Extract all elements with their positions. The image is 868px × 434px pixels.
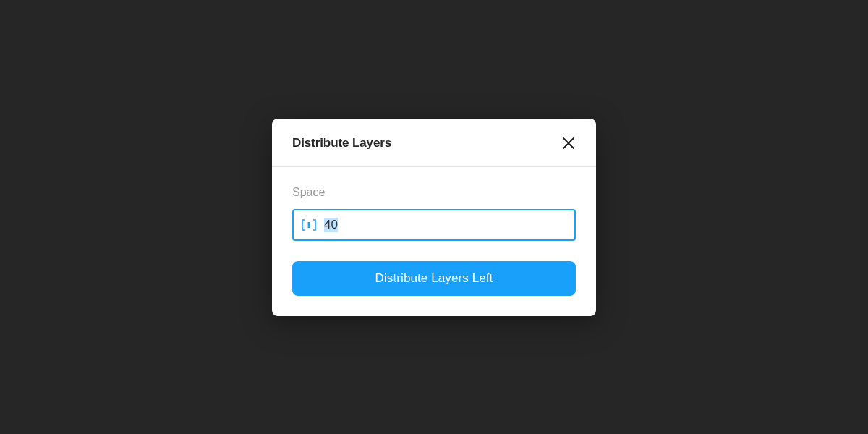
- space-input-wrap[interactable]: [292, 209, 576, 241]
- space-input[interactable]: [324, 210, 567, 239]
- dialog-title: Distribute Layers: [292, 136, 391, 150]
- distribute-space-icon: [301, 218, 317, 232]
- close-button[interactable]: [558, 133, 579, 153]
- distribute-layers-dialog: Distribute Layers Space Distribute Layer…: [272, 119, 596, 316]
- close-icon: [562, 137, 575, 150]
- space-label: Space: [292, 186, 576, 199]
- dialog-body: Space Distribute Layers Left: [272, 167, 596, 316]
- svg-rect-0: [308, 222, 310, 228]
- dialog-header: Distribute Layers: [272, 119, 596, 167]
- distribute-submit-button[interactable]: Distribute Layers Left: [292, 261, 576, 296]
